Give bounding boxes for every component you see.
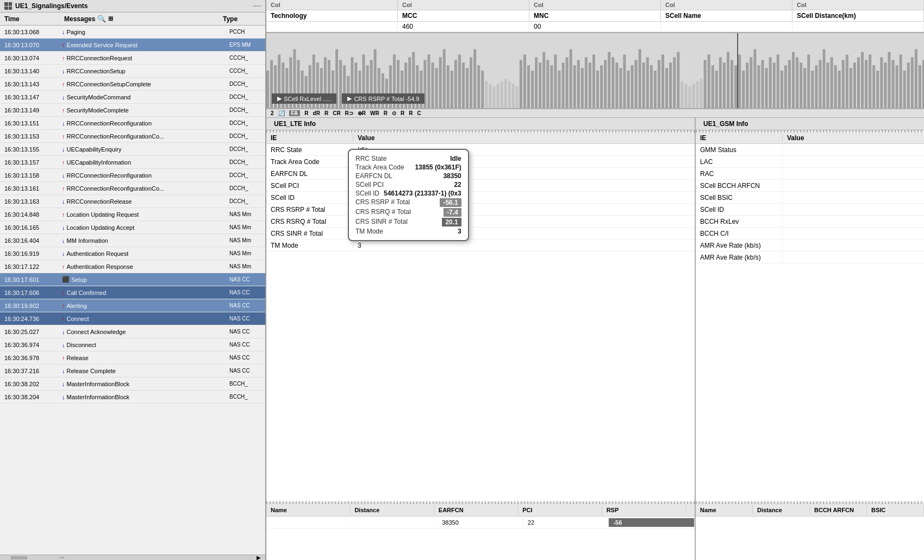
rxlevel-label-btn[interactable]: ▶ SCell RxLevel ..... (272, 93, 336, 104)
svg-rect-78 (561, 62, 564, 108)
row-message: ↑UECapabilityInformation (60, 159, 227, 166)
signaling-row-7[interactable]: 16:30:13.151 ↓RRCConnectionReconfigurati… (0, 117, 265, 130)
signaling-row-3[interactable]: 16:30:13.140 ↓RRCConnectionSetup CCCH_ (0, 65, 265, 78)
svg-rect-71 (535, 57, 538, 108)
gsm-info-panel: UE1_GSM Info IE Value GMM Status LAC RAC… (696, 118, 924, 560)
crsrsrp-label-btn[interactable]: ▶ CRS RSRP # Total -54.9 (342, 93, 424, 104)
svg-rect-127 (750, 57, 752, 108)
signaling-row-10[interactable]: 16:30:13.157 ↑UECapabilityInformation DC… (0, 156, 265, 169)
lte-info-row-7: CRS SINR # Total 20.1 (266, 228, 695, 240)
svg-rect-1 (266, 71, 269, 108)
horizontal-scrollbar[interactable]: ··· ▶ (0, 555, 265, 560)
up-arrow-icon: ↑ (62, 81, 65, 87)
col-data-row: 46000 (266, 22, 924, 32)
svg-rect-87 (596, 71, 599, 108)
signaling-row-25[interactable]: 16:30:36.978 ↑Release NAS CC (0, 351, 265, 364)
lte-panel-tab[interactable]: UE1_LTE Info (266, 118, 695, 130)
signaling-row-8[interactable]: 16:30:13.153 ↑RRCConnectionReconfigurati… (0, 130, 265, 143)
svg-rect-95 (627, 71, 629, 108)
row-time: 16:30:13.143 (0, 81, 60, 87)
lte-info-row-5: CRS RSRP # Total -56.1 (266, 204, 695, 216)
lte-info-row-2: EARFCN DL 38350 (266, 168, 695, 180)
svg-rect-155 (857, 57, 860, 108)
value-col-header: Value (353, 134, 695, 142)
row-message: ↑Connect (60, 316, 227, 322)
svg-rect-139 (796, 57, 798, 108)
signaling-row-15[interactable]: 16:30:16.165 ↓Location Updating Accept N… (0, 221, 265, 234)
row-message: ⬛Setup (60, 276, 227, 283)
signaling-row-11[interactable]: 16:30:13.158 ↓RRCConnectionReconfigurati… (0, 169, 265, 182)
lte-ie-cell: TM Mode (266, 241, 353, 250)
gsm-info-row-2: RAC (696, 168, 924, 180)
svg-rect-147 (827, 62, 829, 108)
popup-tooltip: RRC State Idle Track Area Code 13855 (0x… (348, 149, 469, 241)
signaling-row-20[interactable]: 16:30:17.606 ↑Call Confirmed NAS CC (0, 286, 265, 299)
row-time: 16:30:13.157 (0, 159, 60, 166)
gsm-neigh-col-bcch: BCCH ARFCN (810, 506, 867, 514)
gsm-ie-cell: BCCH C/I (696, 229, 783, 238)
gsm-value-cell (783, 209, 924, 211)
signaling-row-4[interactable]: 16:30:13.143 ↑RRCConnectionSetupComplete… (0, 78, 265, 91)
signaling-row-14[interactable]: 16:30:14.848 ↑Location Updating Request … (0, 208, 265, 221)
gsm-value-cell (783, 185, 924, 187)
svg-rect-168 (907, 62, 910, 108)
signaling-row-6[interactable]: 16:30:13.149 ↑SecurityModeComplete DCCH_ (0, 104, 265, 117)
top-col-header-4: Col (792, 0, 924, 10)
signaling-row-17[interactable]: 16:30:16.919 ↓Authentication Request NAS… (0, 247, 265, 260)
up-arrow-icon: ↑ (62, 107, 65, 114)
gsm-info-row-4: SCell BSIC (696, 192, 924, 204)
svg-rect-140 (800, 62, 802, 108)
signaling-row-2[interactable]: 16:30:13.074 ↑RRCConnectionRequest CCCH_ (0, 52, 265, 65)
signaling-row-28[interactable]: 16:30:38.204 ↓MasterInformationBlock BCC… (0, 391, 265, 404)
signaling-row-22[interactable]: 16:30:24.736 ↑Connect NAS CC (0, 312, 265, 325)
down-arrow-icon: ↓ (62, 237, 65, 244)
svg-rect-130 (761, 60, 764, 108)
gsm-panel-tab[interactable]: UE1_GSM Info (696, 118, 924, 130)
signaling-row-12[interactable]: 16:30:13.161 ↑RRCConnectionReconfigurati… (0, 182, 265, 195)
row-time: 16:30:13.151 (0, 120, 60, 127)
row-time: 16:30:16.919 (0, 250, 60, 257)
signaling-row-26[interactable]: 16:30:37.216 ↓Release Complete NAS CC (0, 364, 265, 377)
up-arrow-icon: ↑ (62, 185, 65, 192)
signaling-row-19[interactable]: 16:30:17.601 ⬛Setup NAS CC (0, 273, 265, 286)
row-message: ↓MasterInformationBlock (60, 381, 227, 387)
top-sub-header-4: SCell Distance(km) (792, 10, 924, 21)
svg-rect-68 (523, 54, 526, 108)
svg-rect-136 (784, 65, 787, 108)
grid-view-icon[interactable]: ⊞ (108, 15, 113, 22)
signaling-row-24[interactable]: 16:30:36.974 ↓Disconnect NAS CC (0, 338, 265, 351)
neigh-col-earfcn: EARFCN (434, 506, 518, 514)
row-type: DCCH_ (227, 81, 265, 87)
signaling-row-13[interactable]: 16:30:13.163 ↓RRCConnectionRelease DCCH_ (0, 195, 265, 208)
gsm-value-cell (783, 149, 924, 151)
row-time: 16:30:13.140 (0, 68, 60, 74)
signaling-row-21[interactable]: 16:30:19.802 ↑Alerting NAS CC (0, 299, 265, 312)
neighbor-gsm-rows (696, 517, 924, 560)
svg-rect-58 (485, 81, 488, 108)
svg-rect-157 (865, 60, 867, 108)
signaling-row-1[interactable]: 16:30:13.070 ↑Extended Service Request E… (0, 39, 265, 52)
row-time: 16:30:13.163 (0, 198, 60, 205)
svg-rect-97 (635, 60, 638, 108)
search-icon[interactable]: 🔍 (97, 15, 106, 23)
signaling-row-0[interactable]: 16:30:13.068 ↓Paging PCCH (0, 26, 265, 39)
svg-rect-64 (508, 81, 511, 108)
svg-rect-90 (608, 52, 610, 109)
signaling-row-9[interactable]: 16:30:13.155 ↓UECapabilityEnquiry DCCH_ (0, 143, 265, 156)
down-arrow-icon: ↓ (62, 368, 65, 374)
row-type: NAS Mm (227, 263, 265, 269)
top-data-cell-4 (792, 22, 924, 32)
signaling-row-16[interactable]: 16:30:16.404 ↓MM Information NAS Mm (0, 234, 265, 247)
signaling-row-18[interactable]: 16:30:17.122 ↑Authentication Response NA… (0, 260, 265, 273)
signaling-row-5[interactable]: 16:30:13.147 ↓SecurityModeCommand DCCH_ (0, 91, 265, 104)
row-message: ↓MasterInformationBlock (60, 394, 227, 400)
row-type: NAS CC (227, 303, 265, 309)
signaling-row-23[interactable]: 16:30:25.027 ↓Connect Acknowledge NAS CC (0, 325, 265, 338)
signaling-row-27[interactable]: 16:30:38.202 ↓MasterInformationBlock BCC… (0, 377, 265, 391)
lte-info-row-6: CRS RSRQ # Total -7.4 (266, 216, 695, 228)
svg-rect-167 (903, 71, 906, 108)
neighbor-gsm-section: Name Distance BCCH ARFCN BSIC (696, 504, 924, 560)
row-time: 16:30:17.122 (0, 263, 60, 270)
row-time: 16:30:25.027 (0, 329, 60, 335)
neigh-col-rsrp: RSP (602, 506, 686, 514)
